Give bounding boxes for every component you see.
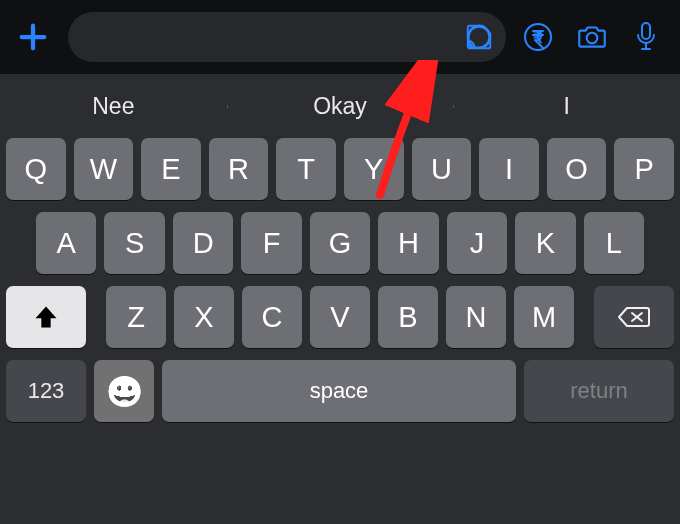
svg-point-5 <box>587 33 598 44</box>
suggestion-1[interactable]: Nee <box>0 93 227 120</box>
shift-key[interactable] <box>6 286 86 348</box>
key-row-1: Q W E R T Y U I O P <box>6 138 674 200</box>
key-k[interactable]: K <box>515 212 575 274</box>
key-w[interactable]: W <box>74 138 134 200</box>
suggestion-bar: Nee Okay I <box>0 74 680 138</box>
key-i[interactable]: I <box>479 138 539 200</box>
key-v[interactable]: V <box>310 286 370 348</box>
attach-plus-button[interactable] <box>8 12 58 62</box>
key-row-3: Z X C V B N M <box>6 286 674 348</box>
svg-text:₹: ₹ <box>533 29 543 46</box>
key-d[interactable]: D <box>173 212 233 274</box>
key-u[interactable]: U <box>412 138 472 200</box>
delete-key[interactable] <box>594 286 674 348</box>
space-key[interactable]: space <box>162 360 516 422</box>
chat-input-bar: ₹ <box>0 0 680 74</box>
key-s[interactable]: S <box>104 212 164 274</box>
key-p[interactable]: P <box>614 138 674 200</box>
sticker-button[interactable] <box>460 18 498 56</box>
key-o[interactable]: O <box>547 138 607 200</box>
payment-rupee-button[interactable]: ₹ <box>516 12 560 62</box>
key-g[interactable]: G <box>310 212 370 274</box>
return-key[interactable]: return <box>524 360 674 422</box>
key-a[interactable]: A <box>36 212 96 274</box>
key-j[interactable]: J <box>447 212 507 274</box>
suggestion-3[interactable]: I <box>453 93 680 120</box>
message-input[interactable] <box>68 12 506 62</box>
key-b[interactable]: B <box>378 286 438 348</box>
key-row-bottom: 123 😀 space return <box>6 360 674 422</box>
key-x[interactable]: X <box>174 286 234 348</box>
key-c[interactable]: C <box>242 286 302 348</box>
key-n[interactable]: N <box>446 286 506 348</box>
numbers-key[interactable]: 123 <box>6 360 86 422</box>
voice-mic-button[interactable] <box>624 12 668 62</box>
key-h[interactable]: H <box>378 212 438 274</box>
key-q[interactable]: Q <box>6 138 66 200</box>
camera-button[interactable] <box>570 12 614 62</box>
svg-point-2 <box>468 26 491 49</box>
key-row-2: A S D F G H J K L <box>6 212 674 274</box>
svg-rect-6 <box>642 23 650 39</box>
key-t[interactable]: T <box>276 138 336 200</box>
suggestion-2[interactable]: Okay <box>227 93 454 120</box>
key-m[interactable]: M <box>514 286 574 348</box>
keyboard: Q W E R T Y U I O P A S D F G H J K L Z … <box>0 138 680 432</box>
key-l[interactable]: L <box>584 212 644 274</box>
emoji-key[interactable]: 😀 <box>94 360 154 422</box>
key-e[interactable]: E <box>141 138 201 200</box>
key-r[interactable]: R <box>209 138 269 200</box>
key-f[interactable]: F <box>241 212 301 274</box>
key-y[interactable]: Y <box>344 138 404 200</box>
key-z[interactable]: Z <box>106 286 166 348</box>
